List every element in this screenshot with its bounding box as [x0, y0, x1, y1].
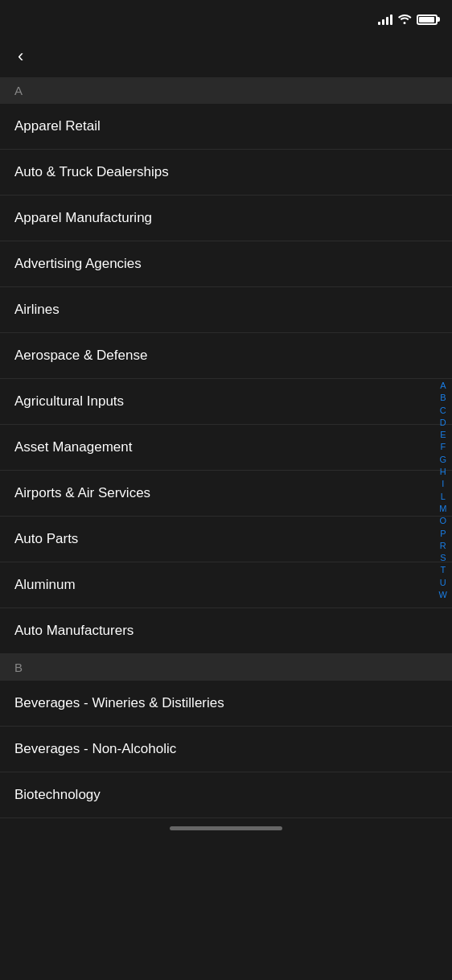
list-container: AApparel RetailAuto & Truck DealershipsA…: [0, 77, 452, 818]
alpha-letter-f[interactable]: F: [438, 441, 447, 452]
alpha-letter-d[interactable]: D: [438, 417, 448, 428]
status-icons: [378, 13, 438, 27]
alpha-letter-i[interactable]: I: [440, 478, 446, 489]
status-bar: [0, 0, 452, 35]
list-item[interactable]: Biotechnology: [0, 772, 452, 818]
alpha-letter-u[interactable]: U: [438, 577, 448, 588]
alpha-letter-h[interactable]: H: [438, 466, 448, 477]
alpha-letter-r[interactable]: R: [438, 540, 448, 551]
alpha-letter-g[interactable]: G: [438, 454, 449, 465]
list-item[interactable]: Asset Management: [0, 425, 452, 471]
bottom-indicator: [170, 826, 282, 830]
back-button[interactable]: ‹: [14, 43, 27, 70]
alpha-letter-b[interactable]: B: [438, 392, 447, 403]
alpha-letter-t[interactable]: T: [438, 564, 447, 575]
list-item[interactable]: Airports & Air Services: [0, 471, 452, 517]
alpha-letter-o[interactable]: O: [438, 515, 449, 526]
battery-icon: [417, 14, 438, 25]
alpha-letter-e[interactable]: E: [438, 429, 447, 440]
alpha-letter-p[interactable]: P: [438, 527, 447, 538]
list-item[interactable]: Auto Parts: [0, 517, 452, 562]
alpha-letter-m[interactable]: M: [438, 503, 448, 514]
list-item[interactable]: Beverages - Non-Alcoholic: [0, 727, 452, 772]
wifi-icon: [397, 13, 412, 27]
signal-icon: [378, 14, 392, 25]
list-item[interactable]: Aluminum: [0, 562, 452, 608]
list-item[interactable]: Auto Manufacturers: [0, 608, 452, 654]
list-item[interactable]: Agricultural Inputs: [0, 379, 452, 425]
alpha-letter-a[interactable]: A: [438, 380, 447, 391]
alpha-letter-c[interactable]: C: [438, 404, 448, 415]
list-item[interactable]: Apparel Retail: [0, 104, 452, 150]
list-item[interactable]: Aerospace & Defense: [0, 333, 452, 379]
list-item[interactable]: Auto & Truck Dealerships: [0, 150, 452, 196]
list-item[interactable]: Airlines: [0, 287, 452, 333]
section-header-a: A: [0, 77, 452, 104]
list-item[interactable]: Beverages - Wineries & Distilleries: [0, 681, 452, 727]
alpha-letter-s[interactable]: S: [438, 552, 447, 563]
alpha-letter-w[interactable]: W: [438, 589, 449, 600]
alphabet-index: ABCDEFGHILMOPRSTUW: [438, 380, 449, 600]
bottom-bar: [0, 818, 452, 838]
header: ‹: [0, 35, 452, 77]
list-item[interactable]: Advertising Agencies: [0, 241, 452, 287]
list-item[interactable]: Apparel Manufacturing: [0, 196, 452, 241]
section-header-b: B: [0, 654, 452, 681]
alpha-letter-l[interactable]: L: [439, 491, 447, 502]
